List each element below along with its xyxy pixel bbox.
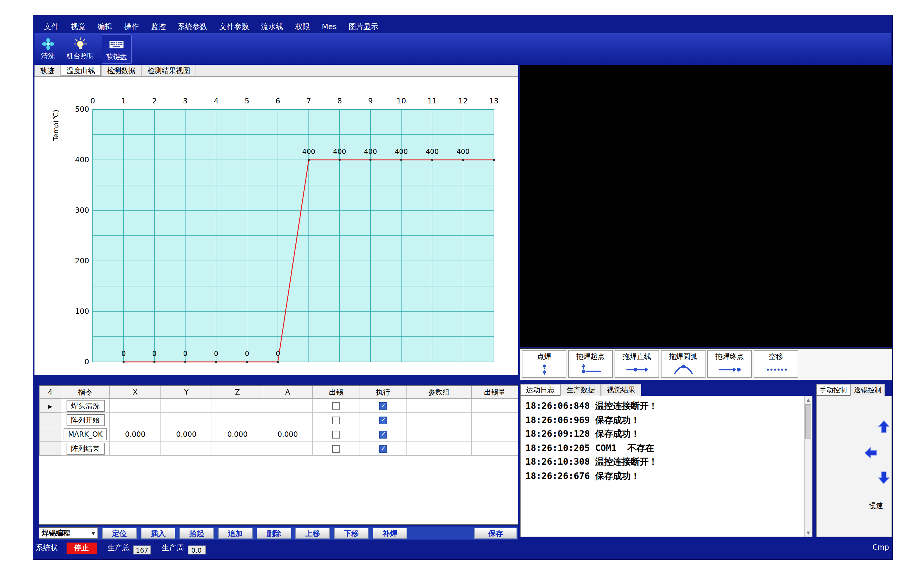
coord-cell[interactable] (110, 441, 161, 455)
column-header[interactable]: 参数组 (406, 386, 472, 398)
menu-item-edit[interactable]: 编辑 (92, 20, 118, 33)
tab-manual-control[interactable]: 手动控制 (816, 384, 850, 396)
menu-item-mes[interactable]: Mes (316, 20, 343, 33)
execute-checkbox[interactable] (379, 416, 387, 424)
drag-weld-end-button[interactable]: 拖焊终点 (707, 350, 752, 378)
machine-light-button[interactable]: 机台照明 (62, 35, 98, 63)
coord-cell[interactable] (110, 413, 161, 427)
coord-cell[interactable] (161, 398, 212, 413)
tin-out-checkbox[interactable] (332, 402, 340, 410)
pickup-button[interactable]: 拾起 (180, 527, 214, 539)
tab-detect-result-view[interactable]: 检测结果视图 (141, 65, 196, 76)
column-header[interactable]: 执行 (360, 386, 406, 398)
coord-cell[interactable] (263, 441, 312, 455)
scroll-down-icon[interactable]: ▼ (805, 530, 812, 537)
coord-cell[interactable] (161, 413, 212, 427)
table-row[interactable]: 阵列结束 (40, 441, 518, 455)
tab-vision-result[interactable]: 视觉结果 (601, 384, 641, 396)
column-header[interactable]: Y (161, 386, 212, 398)
coord-cell[interactable] (110, 398, 161, 413)
move-up-button[interactable]: 上移 (296, 527, 330, 539)
command-cell[interactable]: 焊头清洗 (66, 400, 104, 411)
drag-weld-arc-button[interactable]: 拖焊圆弧 (661, 350, 705, 378)
column-header[interactable]: 出锡量 (472, 386, 518, 398)
append-button[interactable]: 追加 (218, 527, 253, 539)
coord-cell[interactable] (212, 398, 263, 413)
command-cell[interactable]: MARK_OK (64, 428, 107, 440)
svg-text:5: 5 (245, 96, 249, 105)
column-header[interactable]: X (110, 386, 161, 398)
execute-checkbox[interactable] (379, 402, 387, 410)
tab-motion-log[interactable]: 运动日志 (520, 384, 561, 396)
scrollbar-thumb[interactable] (805, 404, 811, 439)
coord-cell[interactable] (263, 398, 312, 413)
table-row[interactable]: MARK_OK0.0000.0000.0000.000 (40, 427, 518, 441)
menu-item-permission[interactable]: 权限 (289, 20, 316, 33)
tin-amount-cell[interactable] (472, 413, 518, 427)
column-header[interactable]: Z (212, 386, 263, 398)
insert-button[interactable]: 插入 (141, 527, 175, 539)
tab-trajectory[interactable]: 轨迹 (35, 65, 61, 76)
move-down-button[interactable]: 下移 (334, 527, 368, 539)
clean-button[interactable]: 清洗 (37, 35, 59, 63)
menu-item-operate[interactable]: 操作 (118, 20, 145, 33)
coord-cell[interactable]: 0.000 (161, 427, 212, 441)
param-group-cell[interactable] (406, 413, 472, 427)
menu-item-monitor[interactable]: 监控 (145, 20, 172, 33)
table-row[interactable]: 阵列开始 (40, 413, 518, 427)
table-row[interactable]: ▶焊头清洗 (40, 398, 518, 413)
locate-button[interactable]: 定位 (102, 527, 137, 539)
menu-item-image-display[interactable]: 图片显示 (343, 20, 384, 33)
tab-solder-feed-control[interactable]: 送锡控制 (850, 384, 885, 396)
coord-cell[interactable]: 0.000 (110, 427, 161, 441)
coord-cell[interactable] (212, 413, 263, 427)
execute-checkbox[interactable] (379, 430, 387, 438)
drag-weld-line-button[interactable]: 拖焊直线 (615, 350, 659, 378)
stop-status-badge[interactable]: 停止 (66, 542, 96, 553)
coord-cell[interactable] (161, 441, 212, 455)
column-header[interactable]: 指令 (61, 386, 110, 398)
tin-amount-cell[interactable] (472, 427, 518, 441)
delete-button[interactable]: 删除 (257, 527, 291, 539)
jog-down-button[interactable] (876, 470, 891, 485)
coord-cell[interactable]: 0.000 (212, 427, 263, 441)
coord-cell[interactable] (263, 413, 312, 427)
save-button[interactable]: 保存 (474, 527, 517, 539)
jog-up-button[interactable] (876, 419, 891, 435)
tin-out-checkbox[interactable] (332, 430, 340, 438)
tab-production-data[interactable]: 生产数据 (561, 384, 601, 396)
menu-item-file-params[interactable]: 文件参数 (213, 20, 255, 33)
menu-item-vision[interactable]: 视觉 (65, 20, 92, 33)
production-cycle-value: 0.0 (188, 545, 205, 554)
column-header[interactable]: 出锡 (312, 386, 360, 398)
tin-amount-cell[interactable] (472, 398, 518, 413)
coord-cell[interactable]: 0.000 (263, 427, 312, 441)
param-group-cell[interactable] (406, 427, 472, 441)
strip-button-label: 拖焊圆弧 (669, 352, 697, 362)
menu-item-assembly-line[interactable]: 流水线 (255, 20, 289, 33)
execute-checkbox[interactable] (379, 445, 387, 452)
coord-cell[interactable] (212, 441, 263, 455)
menu-item-file[interactable]: 文件 (38, 20, 65, 33)
tab-detect-data[interactable]: 检测数据 (101, 65, 141, 76)
scroll-up-icon[interactable]: ▲ (805, 396, 812, 403)
repair-weld-button[interactable]: 补焊 (373, 527, 407, 539)
tin-out-checkbox[interactable] (332, 416, 340, 424)
tin-amount-cell[interactable] (472, 441, 518, 455)
command-cell[interactable]: 阵列开始 (66, 414, 104, 426)
soft-keyboard-button[interactable]: 软键盘 (102, 35, 132, 63)
tin-out-checkbox[interactable] (332, 445, 340, 452)
program-mode-dropdown[interactable]: 焊锡编程 ▼ (39, 527, 98, 539)
tab-temperature-curve[interactable]: 温度曲线 (61, 65, 101, 76)
menu-item-system-params[interactable]: 系统参数 (172, 20, 213, 33)
svg-text:3: 3 (183, 96, 188, 105)
jog-left-button[interactable] (863, 445, 879, 460)
idle-move-button[interactable]: 空移 (754, 350, 798, 378)
param-group-cell[interactable] (406, 398, 472, 413)
column-header[interactable]: A (263, 386, 312, 398)
command-cell[interactable]: 阵列结束 (66, 443, 104, 454)
log-scrollbar[interactable]: ▲ ▼ (804, 396, 812, 537)
drag-weld-start-button[interactable]: 拖焊起点 (568, 350, 613, 378)
spot-weld-button[interactable]: 点焊 (522, 350, 566, 378)
param-group-cell[interactable] (406, 441, 472, 455)
